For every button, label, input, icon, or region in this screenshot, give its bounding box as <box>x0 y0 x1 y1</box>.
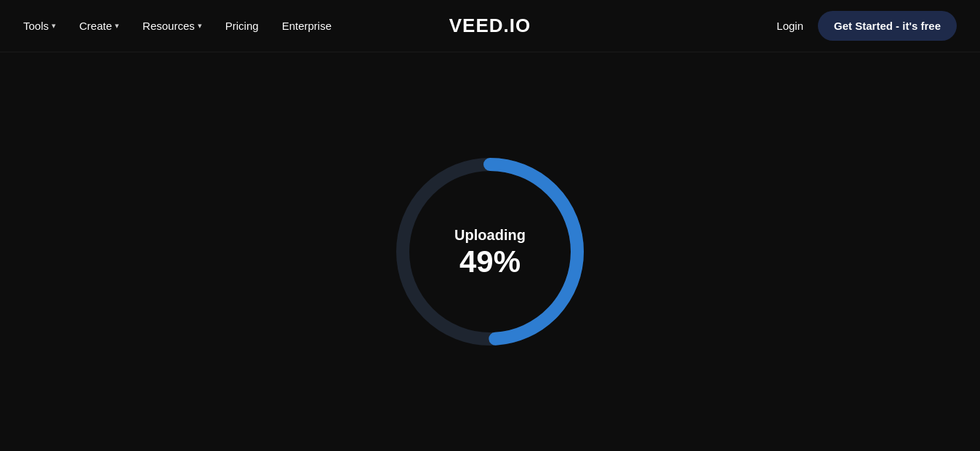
nav-item-resources[interactable]: Resources ▾ <box>142 20 202 32</box>
main-content: Uploading 49% <box>0 52 980 451</box>
nav-enterprise-label: Enterprise <box>282 20 332 32</box>
progress-text: Uploading 49% <box>454 227 526 277</box>
nav-item-tools[interactable]: Tools ▾ <box>23 20 56 32</box>
get-started-button[interactable]: Get Started - it's free <box>818 11 957 41</box>
navbar: Tools ▾ Create ▾ Resources ▾ Pricing Ent… <box>0 0 980 52</box>
uploading-label: Uploading <box>454 227 526 244</box>
nav-item-create[interactable]: Create ▾ <box>79 20 119 32</box>
nav-pricing-label: Pricing <box>225 20 259 32</box>
nav-resources-label: Resources <box>142 20 195 32</box>
nav-item-pricing[interactable]: Pricing <box>225 20 259 32</box>
nav-create-label: Create <box>79 20 112 32</box>
site-logo[interactable]: VEED.IO <box>449 15 531 37</box>
chevron-down-icon: ▾ <box>115 21 119 31</box>
nav-left: Tools ▾ Create ▾ Resources ▾ Pricing Ent… <box>23 20 332 32</box>
nav-right: Login Get Started - it's free <box>776 11 957 41</box>
upload-progress-container: Uploading 49% <box>388 150 592 354</box>
nav-item-enterprise[interactable]: Enterprise <box>282 20 332 32</box>
chevron-down-icon: ▾ <box>52 21 56 31</box>
nav-tools-label: Tools <box>23 20 49 32</box>
login-button[interactable]: Login <box>776 20 803 32</box>
chevron-down-icon: ▾ <box>198 21 202 31</box>
percent-label: 49% <box>454 247 526 277</box>
